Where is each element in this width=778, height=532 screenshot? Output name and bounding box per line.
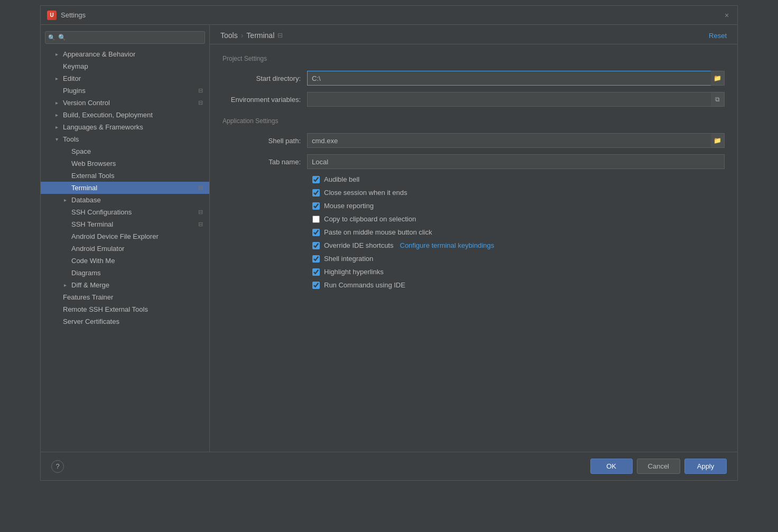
breadcrumb-separator: › — [241, 31, 244, 40]
shell-path-browse-button[interactable]: 📁 — [711, 133, 725, 148]
close-session-checkbox[interactable] — [312, 189, 320, 197]
reset-link[interactable]: Reset — [709, 32, 727, 40]
settings-icon: ⊟ — [198, 221, 203, 228]
sidebar-item-remote-ssh[interactable]: Remote SSH External Tools — [41, 303, 209, 315]
sidebar-item-keymap[interactable]: Keymap — [41, 60, 209, 72]
sidebar-item-ssh-terminal[interactable]: SSH Terminal ⊟ — [41, 218, 209, 230]
sidebar-item-label: Languages & Frameworks — [63, 123, 143, 131]
sidebar-item-build[interactable]: Build, Execution, Deployment — [41, 109, 209, 121]
chevron-icon — [55, 76, 63, 81]
audible-bell-checkbox[interactable] — [312, 176, 320, 183]
shell-path-input[interactable] — [307, 133, 725, 148]
tab-name-input[interactable] — [307, 154, 725, 169]
ok-button[interactable]: OK — [590, 459, 633, 474]
env-variables-wrapper: ⧉ — [307, 92, 725, 107]
highlight-hyperlinks-checkbox[interactable] — [312, 268, 320, 276]
sidebar-item-label: Features Trainer — [63, 293, 113, 301]
sidebar-item-label: Version Control — [63, 99, 110, 107]
mouse-reporting-checkbox[interactable] — [312, 202, 320, 210]
shell-path-label: Shell path: — [223, 137, 307, 145]
start-directory-input[interactable] — [307, 71, 725, 86]
sidebar-item-features-trainer[interactable]: Features Trainer — [41, 291, 209, 303]
tab-name-row: Tab name: — [223, 154, 725, 169]
sidebar-item-label: Remote SSH External Tools — [63, 305, 148, 313]
chevron-icon — [55, 112, 63, 118]
audible-bell-row: Audible bell — [223, 175, 725, 183]
sidebar-item-languages[interactable]: Languages & Frameworks — [41, 121, 209, 133]
sidebar-item-server-certificates[interactable]: Server Certificates — [41, 315, 209, 328]
close-button[interactable]: × — [723, 11, 731, 20]
search-input[interactable] — [45, 31, 205, 44]
sidebar-item-ssh-configurations[interactable]: SSH Configurations ⊟ — [41, 206, 209, 218]
sidebar-item-database[interactable]: Database — [41, 194, 209, 206]
sidebar-item-label: Plugins — [63, 87, 86, 95]
apply-button[interactable]: Apply — [684, 459, 727, 474]
env-variables-copy-button[interactable]: ⧉ — [711, 92, 725, 107]
chevron-icon — [55, 136, 63, 142]
audible-bell-label: Audible bell — [324, 175, 359, 183]
override-ide-checkbox[interactable] — [312, 242, 320, 249]
close-session-label: Close session when it ends — [324, 189, 407, 197]
env-variables-label: Environment variables: — [223, 96, 307, 104]
shell-integration-label: Shell integration — [324, 255, 373, 263]
sidebar-item-version-control[interactable]: Version Control ⊟ — [41, 97, 209, 109]
settings-dialog: U Settings × 🔍 Appearance & Behavior Key… — [40, 5, 738, 481]
mouse-reporting-row: Mouse reporting — [223, 202, 725, 210]
sidebar-item-tools[interactable]: Tools — [41, 133, 209, 145]
sidebar-item-external-tools[interactable]: External Tools — [41, 170, 209, 182]
sidebar-item-plugins[interactable]: Plugins ⊟ — [41, 85, 209, 97]
app-settings-title: Application Settings — [223, 117, 725, 125]
settings-icon: ⊟ — [198, 99, 203, 106]
sidebar-item-label: Database — [71, 196, 101, 204]
configure-keybindings-link[interactable]: Configure terminal keybindings — [400, 241, 494, 249]
settings-icon: ⊟ — [198, 184, 203, 191]
shell-integration-checkbox[interactable] — [312, 255, 320, 263]
breadcrumb: Tools › Terminal ⊟ — [220, 31, 283, 40]
sidebar-item-android-device[interactable]: Android Device File Explorer — [41, 230, 209, 242]
paste-middle-row: Paste on middle mouse button click — [223, 228, 725, 236]
content-header: Tools › Terminal ⊟ Reset — [210, 25, 737, 44]
sidebar-item-diagrams[interactable]: Diagrams — [41, 267, 209, 279]
sidebar-item-terminal[interactable]: Terminal ⊟ — [41, 182, 209, 194]
sidebar-item-label: Appearance & Behavior — [63, 50, 135, 58]
sidebar-item-diff-merge[interactable]: Diff & Merge — [41, 279, 209, 291]
project-settings-title: Project Settings — [223, 55, 725, 62]
app-icon: U — [47, 11, 57, 20]
run-commands-checkbox[interactable] — [312, 282, 320, 289]
tab-name-wrapper — [307, 154, 725, 169]
run-commands-label: Run Commands using IDE — [324, 281, 405, 289]
shell-integration-row: Shell integration — [223, 255, 725, 263]
env-variables-input[interactable] — [307, 92, 725, 107]
breadcrumb-icon: ⊟ — [277, 32, 283, 39]
footer-left: ? — [51, 460, 64, 473]
dialog-body: 🔍 Appearance & Behavior Keymap Editor Pl… — [41, 25, 737, 452]
paste-middle-checkbox[interactable] — [312, 229, 320, 236]
sidebar-item-label: Web Browsers — [71, 160, 116, 167]
sidebar-item-appearance[interactable]: Appearance & Behavior — [41, 48, 209, 60]
sidebar-item-label: Terminal — [71, 184, 97, 192]
start-directory-browse-button[interactable]: 📁 — [711, 71, 725, 86]
dialog-footer: ? OK Cancel Apply — [41, 452, 737, 480]
override-ide-label: Override IDE shortcuts — [324, 241, 394, 249]
sidebar-item-label: Code With Me — [71, 257, 115, 265]
close-session-row: Close session when it ends — [223, 189, 725, 197]
highlight-hyperlinks-row: Highlight hyperlinks — [223, 268, 725, 276]
sidebar-item-code-with-me[interactable]: Code With Me — [41, 255, 209, 267]
override-ide-row: Override IDE shortcuts Configure termina… — [223, 241, 725, 249]
cancel-button[interactable]: Cancel — [637, 459, 680, 474]
search-box: 🔍 — [45, 31, 205, 44]
sidebar-item-space[interactable]: Space — [41, 145, 209, 157]
sidebar-item-label: External Tools — [71, 172, 114, 180]
copy-clipboard-checkbox[interactable] — [312, 216, 320, 223]
tab-name-label: Tab name: — [223, 158, 307, 166]
help-button[interactable]: ? — [51, 460, 64, 473]
title-bar-left: U Settings — [47, 11, 86, 20]
sidebar-item-label: Server Certificates — [63, 318, 119, 325]
sidebar-item-web-browsers[interactable]: Web Browsers — [41, 157, 209, 170]
breadcrumb-parent: Tools — [220, 31, 238, 40]
sidebar-item-label: Editor — [63, 74, 81, 82]
title-bar: U Settings × — [41, 6, 737, 25]
start-directory-row: Start directory: 📁 — [223, 71, 725, 86]
sidebar-item-android-emulator[interactable]: Android Emulator — [41, 242, 209, 255]
sidebar-item-editor[interactable]: Editor — [41, 72, 209, 85]
